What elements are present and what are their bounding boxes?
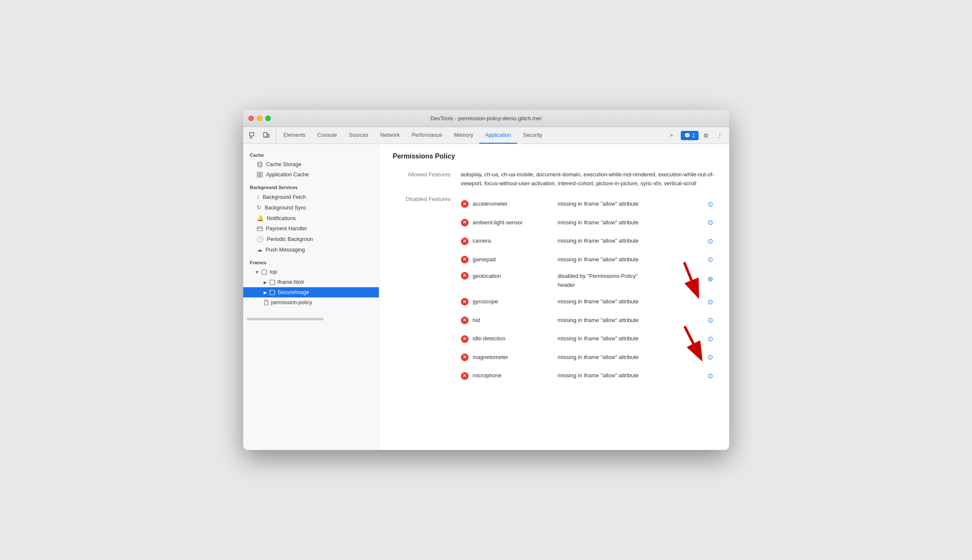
sidebar-frame-top-label: top (270, 269, 277, 275)
feature-row-hid: ✕ hid missing in iframe "allow" attribut… (461, 311, 716, 330)
feature-name-microphone: microphone (473, 371, 558, 380)
code-link-gyroscope[interactable]: ⊙ (705, 296, 716, 308)
scrollbar-thumb[interactable] (247, 318, 324, 320)
sidebar-item-application-cache[interactable]: Application Cache (243, 170, 379, 180)
database-icon (257, 161, 263, 167)
bell-icon: 🔔 (257, 215, 264, 221)
geolocation-reason-line1: disabled by "Permissions-Policy" (558, 272, 705, 281)
more-options-icon[interactable]: ⋮ (714, 130, 726, 141)
feature-row-gyroscope: ✕ gyroscope missing in iframe "allow" at… (461, 293, 716, 311)
sidebar-frame-secure[interactable]: ▶ SecureImage (243, 287, 379, 297)
feature-name-geolocation: geolocation (473, 272, 558, 281)
sidebar-frame-permission[interactable]: permission-policy (243, 297, 379, 308)
svg-rect-7 (257, 172, 259, 174)
svg-point-6 (258, 162, 262, 164)
feature-reason-ambient: missing in iframe "allow" attribute (558, 218, 705, 227)
feature-name-hid: hid (473, 316, 558, 325)
payment-icon (257, 226, 263, 231)
svg-rect-10 (260, 175, 262, 177)
disabled-features-value: ✕ accelerometer missing in iframe "allow… (461, 195, 716, 385)
feedback-badge[interactable]: 💬 1 (681, 131, 699, 140)
feature-row-idle: ✕ idle-detection missing in iframe "allo… (461, 330, 716, 348)
feature-name-magnetometer: magnetometer (473, 353, 558, 362)
device-toggle-icon[interactable] (260, 130, 272, 141)
tab-sources[interactable]: Sources (343, 127, 374, 144)
svg-rect-8 (260, 172, 262, 174)
feature-reason-hid: missing in iframe "allow" attribute (558, 316, 705, 325)
feature-row-accelerometer: ✕ accelerometer missing in iframe "allow… (461, 195, 716, 214)
minimize-button[interactable] (257, 116, 262, 121)
panel-title: Permissions Policy (393, 153, 716, 160)
sidebar-application-cache-label: Application Cache (266, 172, 309, 178)
error-icon-microphone: ✕ (461, 372, 469, 380)
tab-console[interactable]: Console (312, 127, 343, 144)
error-icon-hid: ✕ (461, 317, 469, 324)
feature-name-gyroscope: gyroscope (473, 297, 558, 306)
svg-rect-3 (264, 133, 267, 137)
tab-performance[interactable]: Performance (406, 127, 448, 144)
sidebar-item-bg-sync[interactable]: ↻ Background Sync (243, 202, 379, 213)
code-link-microphone[interactable]: ⊙ (705, 370, 716, 382)
tab-security[interactable]: Security (517, 127, 548, 144)
code-link-idle[interactable]: ⊙ (705, 333, 716, 345)
sidebar-item-cache-storage[interactable]: Cache Storage (243, 159, 379, 170)
feature-name-gamepad: gamepad (473, 255, 558, 264)
frame-icon (270, 280, 275, 285)
sync-icon: ↻ (257, 204, 261, 211)
sidebar-frame-permission-label: permission-policy (271, 300, 313, 305)
svg-rect-9 (257, 175, 259, 177)
error-icon-magnetometer: ✕ (461, 354, 469, 361)
sidebar-payment-handler-label: Payment Handler (266, 226, 307, 232)
sidebar-periodic-bg-label: Periodic Backgroun (267, 236, 313, 242)
sidebar-item-push-messaging[interactable]: ☁ Push Messaging (243, 244, 379, 255)
tab-more[interactable]: » (664, 132, 679, 139)
main-panel: Permissions Policy Allowed Features auto… (379, 144, 729, 450)
feature-row-camera: ✕ camera missing in iframe "allow" attri… (461, 232, 716, 251)
code-link-magnetometer[interactable]: ⊙ (705, 351, 716, 364)
titlebar: DevTools - permission-policy-demo.glitch… (243, 110, 729, 127)
sidebar-frame-iframe-label: iframe.html (278, 279, 304, 285)
sidebar-frame-top[interactable]: ▼ top (243, 267, 379, 277)
sidebar-scrollbar[interactable] (243, 316, 379, 322)
sidebar-item-notifications[interactable]: 🔔 Notifications (243, 213, 379, 223)
sidebar-section-cache: Cache (243, 147, 379, 159)
sidebar-section-frames: Frames (243, 255, 379, 267)
code-link-hid[interactable]: ⊙ (705, 314, 716, 327)
feature-reason-gyroscope: missing in iframe "allow" attribute (558, 297, 705, 306)
sidebar-item-bg-fetch[interactable]: ↕ Background Fetch (243, 192, 379, 202)
disabled-features-list: ✕ accelerometer missing in iframe "allow… (461, 195, 716, 385)
feature-reason-accelerometer: missing in iframe "allow" attribute (558, 200, 705, 209)
code-link-camera[interactable]: ⊙ (705, 235, 716, 248)
disabled-features-label: Disabled Features (393, 195, 461, 202)
code-link-ambient[interactable]: ⊙ (705, 216, 716, 229)
code-link-accelerometer[interactable]: ⊙ (705, 198, 716, 211)
sidebar-frame-iframe[interactable]: ▶ iframe.html (243, 277, 379, 287)
settings-icon[interactable]: ⚙ (700, 130, 712, 141)
cloud-icon: ☁ (257, 246, 262, 253)
tab-network[interactable]: Network (374, 127, 406, 144)
sidebar-cache-storage-label: Cache Storage (266, 161, 301, 167)
frame-icon (270, 290, 275, 295)
tab-elements[interactable]: Elements (278, 127, 312, 144)
inspect-icon[interactable] (247, 130, 259, 141)
devtools-body: Cache Cache Storage (243, 144, 729, 450)
sidebar-frame-secure-label: SecureImage (278, 289, 309, 295)
sidebar: Cache Cache Storage (243, 144, 379, 450)
close-button[interactable] (248, 116, 254, 121)
feature-reason-camera: missing in iframe "allow" attribute (558, 237, 705, 246)
sidebar-item-periodic-bg[interactable]: 🕐 Periodic Backgroun (243, 234, 379, 244)
devtools-toolbar-icons (247, 127, 276, 144)
feature-reason-magnetometer: missing in iframe "allow" attribute (558, 353, 705, 362)
tab-application[interactable]: Application (479, 127, 517, 144)
sidebar-bg-sync-label: Background Sync (265, 205, 307, 211)
feature-name-camera: camera (473, 237, 558, 246)
grid-icon (257, 172, 263, 178)
code-link-gamepad[interactable]: ⊙ (705, 253, 716, 266)
maximize-button[interactable] (265, 116, 271, 121)
error-icon-camera: ✕ (461, 238, 469, 245)
tab-memory[interactable]: Memory (448, 127, 479, 144)
sidebar-item-payment-handler[interactable]: Payment Handler (243, 223, 379, 234)
sidebar-bg-fetch-label: Background Fetch (263, 194, 306, 200)
clock-icon: 🕐 (257, 236, 264, 242)
code-link-geolocation[interactable]: ⊛ (705, 273, 716, 286)
